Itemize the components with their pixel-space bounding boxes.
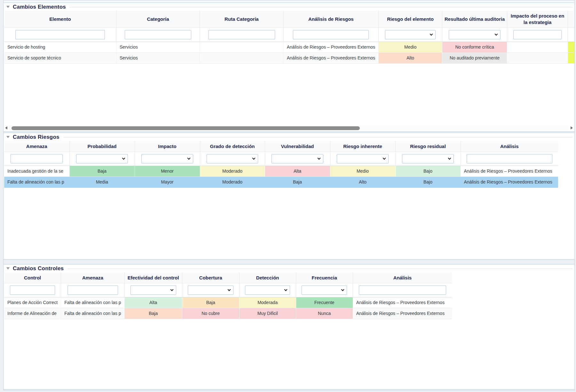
filter-efectividad-select[interactable] (130, 286, 176, 295)
cell-ruta-categoria (200, 52, 283, 63)
filter-amenaza-input[interactable] (67, 286, 118, 295)
cell-analisis-de-riesgos: Análisis de Riesgos – Proveedores Extern… (283, 52, 378, 63)
column-header-riesgo-residual: Riesgo residual (395, 141, 461, 152)
filter-cell (69, 152, 135, 166)
cell-analisis-de-riesgos: Análisis de Riesgos – Proveedores Extern… (283, 42, 378, 52)
filter-categoria-input[interactable] (125, 30, 191, 39)
column-header-analisis-de-riesgos: Análisis de Riesgos (283, 11, 378, 27)
column-header-riesgo-inherente: Riesgo inherente (330, 141, 395, 152)
filter-row (4, 27, 574, 42)
filter-cell (4, 27, 116, 42)
filter-cell (182, 283, 239, 297)
filter-cell (116, 27, 200, 42)
column-header-frecuencia: Frecuencia (296, 272, 353, 283)
horizontal-scrollbar[interactable] (4, 126, 573, 130)
cell-analisis: Análisis de Riesgos – Proveedores Extern… (353, 308, 452, 319)
cell-probabilidad: Baja (69, 166, 135, 176)
cell-categoria: Servicios (116, 42, 200, 52)
cell-amenaza: Falta de alineación con las p (4, 176, 69, 187)
cell-analisis: Análisis de Riesgos – Proveedores Extern… (353, 297, 452, 308)
legend-divider (63, 137, 572, 137)
cell-riesgo-del-elemento: Medio (379, 42, 442, 52)
cell-vulnerabilidad: Alta (265, 166, 330, 176)
cell-highlight-strip (568, 42, 574, 52)
scrollbar-track[interactable] (8, 126, 570, 130)
cell-vulnerabilidad: Baja (265, 176, 330, 187)
filter-amenaza-input[interactable] (11, 154, 63, 163)
table-row[interactable]: Servicio de soporte técnico Servicios An… (4, 52, 574, 63)
cell-riesgo-inherente: Medio (330, 166, 395, 176)
column-header-deteccion: Detección (239, 272, 296, 283)
filter-cell (461, 152, 558, 166)
filter-analisis-input[interactable] (467, 154, 552, 163)
cell-ruta-categoria (200, 42, 283, 52)
filter-ruta-categoria-input[interactable] (208, 30, 275, 39)
filter-grado-de-deteccion-select[interactable] (207, 154, 258, 163)
table-row[interactable]: Inadecuada gestión de la se Baja Menor M… (4, 166, 558, 176)
filter-cell (200, 152, 265, 166)
filter-cell (507, 27, 568, 42)
filter-cell (200, 27, 283, 42)
column-header-resultado-ultima-auditoria: Resultado última auditoria (442, 11, 507, 27)
cell-riesgo-inherente: Alto (330, 176, 395, 187)
filter-riesgo-del-elemento-select[interactable] (385, 30, 436, 39)
filter-resultado-ultima-auditoria-select[interactable] (449, 30, 501, 39)
filter-row (4, 152, 558, 166)
table-row[interactable]: Servicio de hosting Servicios Análisis d… (4, 42, 574, 52)
scroll-right-icon[interactable] (571, 126, 573, 129)
cell-frecuencia: Nunca (296, 308, 353, 319)
cell-elemento: Servicio de hosting (4, 42, 116, 52)
cell-cobertura: Baja (182, 297, 239, 308)
filter-riesgo-inherente-select[interactable] (337, 154, 389, 163)
filter-cell (4, 283, 61, 297)
filter-cell (4, 152, 69, 166)
filter-cell (61, 283, 124, 297)
filter-cell (395, 152, 461, 166)
filter-deteccion-select[interactable] (245, 286, 290, 295)
table-row-selected[interactable]: Falta de alineación con las p Media Mayo… (4, 176, 558, 187)
filter-cell (330, 152, 395, 166)
filter-cell (568, 27, 574, 42)
column-header-amenaza: Amenaza (61, 272, 124, 283)
filter-analisis-de-riesgos-input[interactable] (293, 30, 369, 39)
cell-amenaza: Falta de alineación con las p (61, 297, 124, 308)
cell-analisis: Análisis de Riesgos – Proveedores Extern… (461, 166, 558, 176)
filter-vulnerabilidad-select[interactable] (272, 154, 323, 163)
filter-impacto-estrategia-input[interactable] (513, 30, 562, 39)
filter-frecuencia-select[interactable] (302, 286, 347, 295)
filter-cell (239, 283, 296, 297)
scroll-left-icon[interactable] (5, 126, 7, 129)
cell-grado-de-deteccion: Moderado (200, 176, 265, 187)
filter-cell (283, 27, 378, 42)
cambios-elementos-table: Elemento Categoría Ruta Categoría Anális… (4, 11, 574, 64)
cell-grado-de-deteccion: Moderado (200, 166, 265, 176)
cell-deteccion: Muy Dificil (239, 308, 296, 319)
table-row[interactable]: Planes de Acción Correct Falta de alinea… (4, 297, 452, 308)
filter-elemento-input[interactable] (15, 30, 105, 39)
filter-probabilidad-select[interactable] (76, 154, 128, 163)
cell-analisis: Análisis de Riesgos – Proveedores Extern… (461, 176, 558, 187)
filter-impacto-select[interactable] (141, 154, 193, 163)
table-row[interactable]: Informe de Alineación de Falta de alinea… (4, 308, 452, 319)
filter-control-input[interactable] (10, 286, 55, 295)
cell-probabilidad: Media (69, 176, 135, 187)
header-row: Control Amenaza Efectividad del control … (4, 272, 452, 283)
column-header-cobertura: Cobertura (182, 272, 239, 283)
column-header-analisis: Análisis (353, 272, 452, 283)
cell-elemento: Servicio de soporte técnico (4, 52, 116, 63)
filter-analisis-input[interactable] (359, 286, 446, 295)
collapse-triangle-icon[interactable] (6, 267, 10, 270)
header-row: Amenaza Probabilidad Impacto Grado de de… (4, 141, 558, 152)
top-border-band (3, 0, 575, 3)
cambios-controles-table: Control Amenaza Efectividad del control … (4, 272, 452, 319)
column-header-categoria: Categoría (116, 11, 200, 27)
cell-control: Informe de Alineación de (4, 308, 61, 319)
filter-cobertura-select[interactable] (188, 286, 233, 295)
collapse-triangle-icon[interactable] (6, 6, 10, 8)
section-header-riesgos: Cambios Riesgos (4, 133, 574, 141)
collapse-triangle-icon[interactable] (6, 136, 10, 138)
filter-riesgo-residual-select[interactable] (402, 154, 454, 163)
scrollbar-thumb[interactable] (12, 126, 360, 130)
cell-frecuencia: Frecuente (296, 297, 353, 308)
column-header-control: Control (4, 272, 61, 283)
